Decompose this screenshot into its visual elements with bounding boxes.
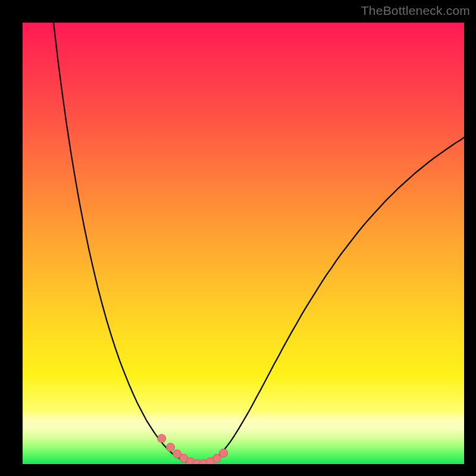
chart-frame: TheBottleneck.com [0,0,476,476]
curve-overlay [23,23,464,464]
curve-marker [220,449,228,457]
curve-marker [158,434,166,443]
gradient-plot-area [23,23,464,464]
curve-markers [158,434,228,464]
watermark-text: TheBottleneck.com [361,4,470,18]
bottleneck-curve [54,23,464,464]
curve-marker [167,443,175,452]
